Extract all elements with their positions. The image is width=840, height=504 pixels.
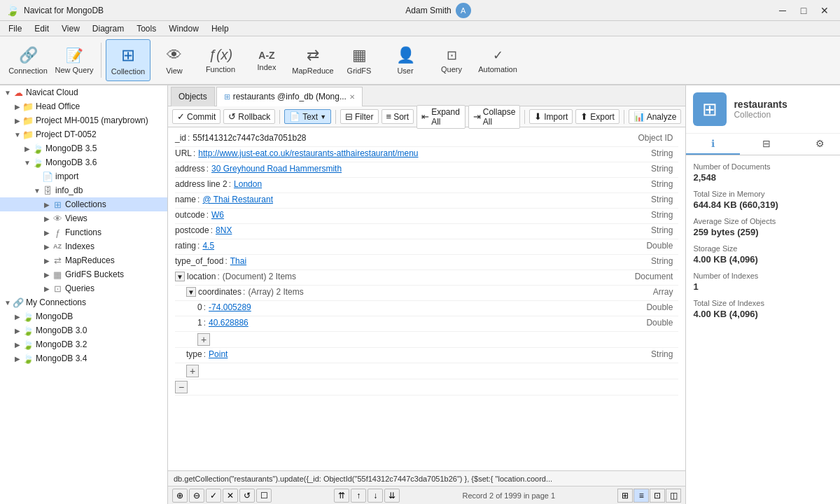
functions-arrow[interactable]: ▶ — [42, 229, 52, 237]
menu-edit[interactable]: Edit — [29, 22, 55, 35]
titlebar-controls[interactable]: ─ □ ✕ — [773, 3, 834, 18]
nav-first-button[interactable]: ⊕ — [172, 489, 188, 503]
nav-top-button[interactable]: ⇈ — [334, 489, 349, 503]
sidebar-item-mongodb35[interactable]: ▶ 🍃 MongoDB 3.5 — [0, 141, 167, 155]
field-value-outcode[interactable]: W6 — [211, 210, 224, 220]
toolbar-function[interactable]: ƒ(x) Function — [198, 39, 243, 81]
nav-next-button[interactable]: ↓ — [368, 489, 383, 503]
text-button[interactable]: 📄 Text ▼ — [284, 109, 331, 124]
sidebar-item-mongodb36[interactable]: ▼ 🍃 MongoDB 3.6 — [0, 155, 167, 169]
toolbar-mapreduce[interactable]: ⇄ MapReduce — [290, 39, 335, 81]
tree-view-button[interactable]: ≡ — [634, 489, 649, 503]
mongodb35-arrow[interactable]: ▶ — [22, 145, 32, 153]
field-value-type-of-food[interactable]: Thai — [230, 256, 246, 266]
nav-clear-button[interactable]: ☐ — [256, 489, 272, 503]
conn-mongodb30-arrow[interactable]: ▶ — [13, 327, 22, 335]
sidebar-item-conn-mongodb30[interactable]: ▶ 🍃 MongoDB 3.0 — [0, 323, 167, 337]
sidebar-item-mapreduces[interactable]: ▶ ⇄ MapReduces — [0, 253, 167, 267]
field-value-coord-1[interactable]: 40.628886 — [209, 318, 248, 328]
head-office-arrow[interactable]: ▶ — [13, 103, 22, 111]
commit-button[interactable]: ✓ Commit — [172, 109, 220, 124]
project-dt0052-arrow[interactable]: ▼ — [13, 131, 22, 139]
location-add-button[interactable]: + — [186, 365, 199, 377]
toolbar-automation[interactable]: ✓ Automation — [475, 39, 520, 81]
menu-help[interactable]: Help — [206, 22, 234, 35]
mapreduces-arrow[interactable]: ▶ — [42, 257, 52, 265]
field-value-rating[interactable]: 4.5 — [202, 241, 214, 251]
toolbar-gridfs[interactable]: ▦ GridFS — [337, 39, 382, 81]
conn-mongodb32-arrow[interactable]: ▶ — [13, 341, 22, 349]
sidebar-item-conn-mongodb[interactable]: ▶ 🍃 MongoDB — [0, 309, 167, 323]
project-mh0015-arrow[interactable]: ▶ — [13, 117, 22, 125]
location-expand-btn[interactable]: ▼ — [175, 272, 185, 281]
expand-all-button[interactable]: ⇤ Expand All — [416, 105, 465, 129]
toolbar-user[interactable]: 👤 User — [383, 39, 428, 81]
sidebar-item-info-db[interactable]: ▼ 🗄 info_db — [0, 183, 167, 197]
close-button[interactable]: ✕ — [815, 3, 834, 18]
nav-delete-button[interactable]: ✕ — [223, 489, 238, 503]
gridfs-arrow[interactable]: ▶ — [42, 271, 52, 279]
nav-check-button[interactable]: ✓ — [206, 489, 221, 503]
sort-button[interactable]: ≡ Sort — [382, 109, 414, 124]
import-button[interactable]: ⬇ Import — [529, 109, 573, 124]
field-value-name[interactable]: @ Thai Restaurant — [202, 195, 273, 204]
conn-mongodb34-arrow[interactable]: ▶ — [13, 355, 22, 363]
menu-diagram[interactable]: Diagram — [87, 22, 130, 35]
filter-button[interactable]: ⊟ Filter — [340, 109, 379, 124]
coordinates-expand-btn[interactable]: ▼ — [186, 287, 196, 297]
info-tab-settings[interactable]: ⚙ — [793, 134, 840, 155]
indexes-arrow[interactable]: ▶ — [42, 243, 52, 251]
field-value-url[interactable]: http://www.just-eat.co.uk/restaurants-at… — [198, 148, 418, 158]
menu-tools[interactable]: Tools — [131, 22, 162, 35]
toolbar-index[interactable]: A-Z Index — [244, 39, 289, 81]
sidebar-item-gridfs-buckets[interactable]: ▶ ▦ GridFS Buckets — [0, 267, 167, 281]
tab-objects[interactable]: Objects — [171, 87, 215, 106]
nav-add-button[interactable]: ⊖ — [189, 489, 204, 503]
sidebar-item-queries[interactable]: ▶ ⊡ Queries — [0, 281, 167, 295]
sidebar-item-views[interactable]: ▶ 👁 Views — [0, 211, 167, 225]
import-arrow[interactable]: ▶ — [32, 173, 42, 181]
collapse-all-button[interactable]: ⇥ Collapse All — [468, 105, 521, 129]
info-db-arrow[interactable]: ▼ — [32, 187, 42, 195]
views-arrow[interactable]: ▶ — [42, 215, 52, 223]
sidebar-item-my-connections[interactable]: ▼ 🔗 My Connections — [0, 295, 167, 309]
field-value-id[interactable]: 55f141312c7447c3da7051b28 — [192, 133, 306, 143]
toolbar-connection[interactable]: 🔗 Connection — [6, 39, 50, 81]
grid-view-button[interactable]: ⊞ — [617, 489, 633, 503]
sidebar-item-conn-mongodb34[interactable]: ▶ 🍃 MongoDB 3.4 — [0, 351, 167, 365]
info-tab-sql[interactable]: ⊟ — [740, 134, 793, 155]
export-button[interactable]: ⬆ Export — [575, 109, 620, 124]
menu-file[interactable]: File — [3, 22, 27, 35]
field-value-coord-0[interactable]: -74.005289 — [209, 302, 251, 312]
sidebar-item-collections[interactable]: ▶ ⊞ Collections — [0, 197, 167, 211]
toolbar-new-query[interactable]: 📝 New Query — [52, 39, 97, 81]
nav-bottom-button[interactable]: ⇊ — [384, 489, 400, 503]
menu-view[interactable]: View — [56, 22, 85, 35]
conn-mongodb-arrow[interactable]: ▶ — [13, 313, 22, 321]
my-connections-arrow[interactable]: ▼ — [3, 299, 13, 307]
rollback-button[interactable]: ↺ Rollback — [223, 109, 275, 124]
toolbar-query[interactable]: ⊡ Query — [429, 39, 474, 81]
bottom-add-button[interactable]: − — [175, 381, 188, 393]
info-tab-info[interactable]: ℹ — [686, 134, 739, 155]
sidebar-item-project-dt0052[interactable]: ▼ 📁 Project DT-0052 — [0, 127, 167, 141]
analyze-button[interactable]: 📊 Analyze — [629, 109, 682, 124]
field-value-address2[interactable]: London — [234, 179, 262, 189]
sidebar-item-import[interactable]: ▶ 📄 import — [0, 169, 167, 183]
sidebar-item-navicat-cloud[interactable]: ▼ ☁ Navicat Cloud — [0, 85, 167, 99]
toolbar-collection[interactable]: ⊞ Collection — [106, 39, 150, 81]
json-view-button[interactable]: ⊡ — [650, 489, 665, 503]
field-value-postcode[interactable]: 8NX — [216, 225, 232, 235]
toolbar-view[interactable]: 👁 View — [152, 39, 197, 81]
nav-prev-button[interactable]: ↑ — [351, 489, 366, 503]
custom-view-button[interactable]: ◫ — [666, 489, 681, 503]
coord-add-button[interactable]: + — [197, 333, 210, 346]
menu-window[interactable]: Window — [163, 22, 204, 35]
collections-arrow[interactable]: ▶ — [42, 201, 52, 209]
field-value-address[interactable]: 30 Greyhound Road Hammersmith — [211, 164, 342, 174]
sidebar-item-conn-mongodb32[interactable]: ▶ 🍃 MongoDB 3.2 — [0, 337, 167, 351]
text-dropdown-icon[interactable]: ▼ — [320, 113, 326, 120]
sidebar-item-project-mh0015[interactable]: ▶ 📁 Project MH-0015 (marybrown) — [0, 113, 167, 127]
nav-refresh-button[interactable]: ↺ — [239, 489, 255, 503]
field-value-type[interactable]: Point — [209, 349, 227, 359]
